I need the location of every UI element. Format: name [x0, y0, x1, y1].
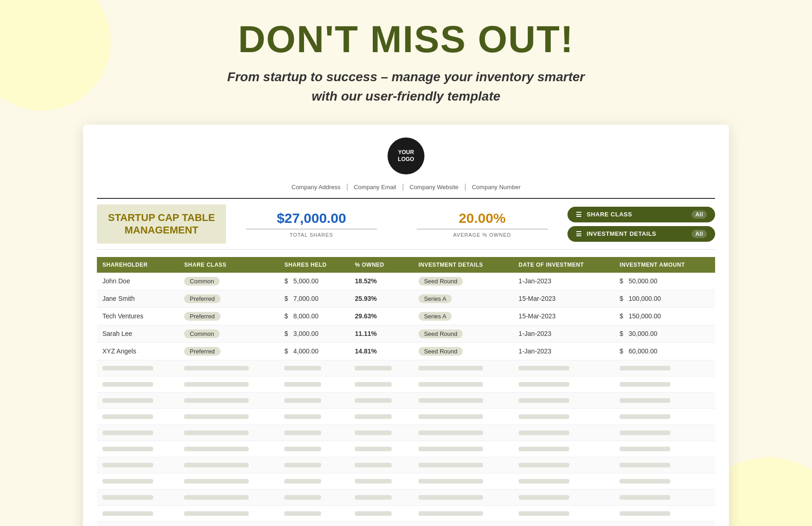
- cell-shares-held: $ 7,000.00: [279, 290, 349, 307]
- table-row: Tech Ventures Preferred $ 8,000.00 29.63…: [97, 307, 715, 325]
- empty-cell: [614, 521, 715, 526]
- company-info-bar: Company Address Company Email Company We…: [97, 179, 715, 199]
- cell-share-class: Common: [179, 273, 279, 290]
- cell-investment-details: Seed Round: [413, 325, 513, 342]
- cell-pct-owned: 18.52%: [349, 273, 413, 290]
- avg-owned-label: AVERAGE % OWNED: [453, 232, 511, 238]
- empty-cell: [179, 376, 279, 392]
- table-row: XYZ Angels Preferred $ 4,000.00 14.81% S…: [97, 342, 715, 360]
- empty-cell: [179, 360, 279, 376]
- col-shares-held: SHARES HELD: [279, 257, 349, 273]
- share-class-label: SHARE CLASS: [587, 211, 633, 218]
- empty-cell: [513, 408, 614, 424]
- cell-investment-amount: $ 60,000.00: [614, 342, 715, 360]
- cell-date-investment: 15-Mar-2023: [513, 290, 614, 307]
- cell-investment-amount: $ 50,000.00: [614, 273, 715, 290]
- empty-cell: [279, 457, 349, 473]
- table-row: Jane Smith Preferred $ 7,000.00 25.93% S…: [97, 290, 715, 307]
- empty-cell: [413, 505, 513, 521]
- metric-divider-2: [417, 229, 547, 229]
- filter-icon-1: ☰: [576, 211, 582, 218]
- col-shareholder: SHAREHOLDER: [97, 257, 179, 273]
- empty-cell: [614, 473, 715, 489]
- empty-cell: [513, 521, 614, 526]
- cell-investment-details: Series A: [413, 290, 513, 307]
- empty-cell: [413, 424, 513, 441]
- share-class-filter[interactable]: ☰ SHARE CLASS All: [567, 207, 715, 222]
- col-investment-details: INVESTMENT DETAILS: [413, 257, 513, 273]
- company-email: Company Email: [347, 184, 403, 191]
- empty-row: [97, 376, 715, 392]
- empty-row: [97, 360, 715, 376]
- empty-row: [97, 424, 715, 441]
- logo-circle: YOUR LOGO: [388, 137, 424, 174]
- company-number: Company Number: [465, 184, 527, 191]
- empty-row: [97, 441, 715, 457]
- cell-date-investment: 1-Jan-2023: [513, 325, 614, 342]
- cell-pct-owned: 11.11%: [349, 325, 413, 342]
- cell-shares-held: $ 3,000.00: [279, 325, 349, 342]
- empty-row: [97, 489, 715, 505]
- investment-details-filter[interactable]: ☰ INVESTMENT DETAILS All: [567, 226, 715, 242]
- empty-cell: [513, 424, 614, 441]
- cap-table-title: STARTUP CAP TABLE MANAGEMENT: [106, 212, 217, 236]
- cap-table: SHAREHOLDER SHARE CLASS SHARES HELD % OW…: [97, 257, 715, 526]
- cell-shares-held: $ 8,000.00: [279, 307, 349, 325]
- empty-cell: [349, 457, 413, 473]
- cell-share-class: Preferred: [179, 342, 279, 360]
- cell-date-investment: 1-Jan-2023: [513, 342, 614, 360]
- cell-shareholder: Sarah Lee: [97, 325, 179, 342]
- empty-cell: [97, 408, 179, 424]
- investment-details-label: INVESTMENT DETAILS: [587, 230, 657, 237]
- empty-cell: [349, 360, 413, 376]
- empty-cell: [614, 360, 715, 376]
- header-metrics-row: STARTUP CAP TABLE MANAGEMENT $27,000.00 …: [97, 199, 715, 250]
- empty-cell: [279, 489, 349, 505]
- title-line2: MANAGEMENT: [125, 224, 198, 236]
- empty-cell: [614, 441, 715, 457]
- logo-line1: YOUR: [398, 149, 414, 156]
- empty-cell: [97, 457, 179, 473]
- empty-row: [97, 457, 715, 473]
- cell-pct-owned: 25.93%: [349, 290, 413, 307]
- empty-cell: [349, 489, 413, 505]
- empty-row: [97, 408, 715, 424]
- empty-cell: [413, 521, 513, 526]
- logo-line2: LOGO: [398, 156, 414, 163]
- empty-cell: [179, 505, 279, 521]
- spreadsheet-card: YOUR LOGO Company Address Company Email …: [83, 125, 729, 526]
- hero-subtitle-line2: with our user-friendly template: [311, 89, 500, 103]
- col-share-class: SHARE CLASS: [179, 257, 279, 273]
- empty-cell: [279, 521, 349, 526]
- avg-owned-value: 20.00%: [459, 210, 506, 226]
- empty-cell: [413, 408, 513, 424]
- empty-cell: [97, 376, 179, 392]
- metric-divider-1: [246, 229, 376, 229]
- empty-cell: [413, 360, 513, 376]
- empty-cell: [513, 376, 614, 392]
- cell-pct-owned: 14.81%: [349, 342, 413, 360]
- cell-investment-details: Seed Round: [413, 273, 513, 290]
- empty-cell: [413, 489, 513, 505]
- empty-cell: [279, 360, 349, 376]
- empty-cell: [97, 521, 179, 526]
- empty-cell: [97, 441, 179, 457]
- empty-cell: [513, 505, 614, 521]
- empty-cell: [349, 505, 413, 521]
- logo-area: YOUR LOGO: [83, 125, 729, 179]
- cell-shares-held: $ 4,000.00: [279, 342, 349, 360]
- total-shares-label: TOTAL SHARES: [290, 232, 333, 238]
- empty-cell: [279, 441, 349, 457]
- empty-cell: [614, 489, 715, 505]
- empty-cell: [513, 489, 614, 505]
- empty-cell: [614, 457, 715, 473]
- company-website: Company Website: [403, 184, 465, 191]
- empty-cell: [413, 457, 513, 473]
- hero-subtitle-line1: From startup to success – manage your in…: [227, 70, 585, 84]
- avg-owned-metric: 20.00% AVERAGE % OWNED: [397, 207, 567, 241]
- empty-cell: [279, 408, 349, 424]
- cell-share-class: Preferred: [179, 290, 279, 307]
- empty-cell: [349, 408, 413, 424]
- cell-shareholder: John Doe: [97, 273, 179, 290]
- empty-cell: [97, 392, 179, 408]
